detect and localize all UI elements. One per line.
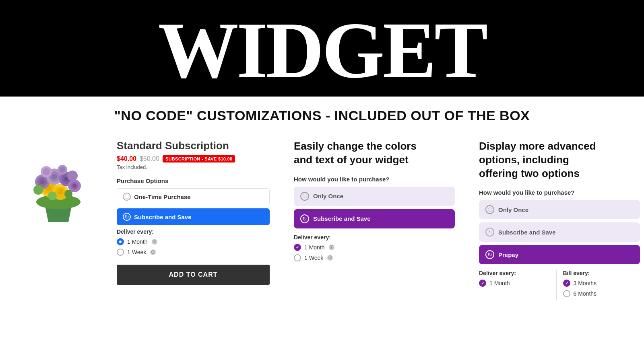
price-original: $50.00 xyxy=(140,155,159,162)
svg-point-13 xyxy=(52,174,57,179)
radio-1month-3[interactable] xyxy=(479,280,486,287)
deliver-col: Deliver every: 1 Month xyxy=(479,270,556,300)
radio-1month-row-2[interactable]: 1 Month ⓘ xyxy=(294,244,455,251)
svg-point-25 xyxy=(33,185,43,195)
widget-colors: Easily change the colors and text of you… xyxy=(294,140,455,265)
product-title: Standard Subscription xyxy=(117,140,270,152)
info-dot-1month-2: ⓘ xyxy=(329,245,334,250)
price-row: $40.00 $50.00 SUBSCRIPTION - SAVE $10.00 xyxy=(117,155,270,162)
info-dot-1month: ⓘ xyxy=(152,239,157,245)
svg-point-7 xyxy=(58,189,63,195)
radio-3months-label: 3 Months xyxy=(574,280,597,286)
only-once-label-3: Only Once xyxy=(498,206,528,213)
radio-6months[interactable] xyxy=(563,290,570,297)
price-sale: $40.00 xyxy=(117,155,136,162)
product-image xyxy=(22,144,95,224)
radio-1month-2[interactable] xyxy=(294,244,301,251)
deliver-label: Deliver every: xyxy=(117,228,270,235)
deliver-label-3: Deliver every: xyxy=(479,270,556,276)
svg-point-23 xyxy=(60,167,65,173)
add-to-cart-button[interactable]: ADD TO CART xyxy=(117,265,270,285)
bill-label: Bill every: xyxy=(563,270,640,276)
subscribe-save-option-2[interactable]: ↻ Subscribe and Save xyxy=(294,209,455,228)
radio-3months[interactable] xyxy=(563,280,570,287)
subscribe-label: Subscribe and Save xyxy=(134,214,192,220)
only-once-option-2[interactable]: ⓘ Only Once xyxy=(294,187,455,206)
svg-point-10 xyxy=(40,179,45,184)
subscribe-icon-3: ↻ xyxy=(485,228,494,237)
subtitle-text: "NO CODE" CUSTOMIZATIONS - INCLUDED OUT … xyxy=(16,108,628,123)
subtitle-bar: "NO CODE" CUSTOMIZATIONS - INCLUDED OUT … xyxy=(0,97,644,128)
subscribe-icon-2: ↻ xyxy=(300,214,309,223)
deliver-bill-section: Deliver every: 1 Month Bill every: 3 Mon… xyxy=(479,270,640,300)
widget-standard: Standard Subscription $40.00 $50.00 SUBS… xyxy=(117,140,270,285)
deliver-section-2: Deliver every: 1 Month ⓘ 1 Week ⓘ xyxy=(294,234,455,261)
prepay-label: Prepay xyxy=(498,251,518,258)
info-dot-1week: ⓘ xyxy=(150,249,156,255)
info-dot-1week-2: ⓘ xyxy=(327,255,333,261)
radio-1week-row-2[interactable]: 1 Week ⓘ xyxy=(294,254,455,261)
radio-6months-row[interactable]: 6 Months xyxy=(563,290,640,297)
only-once-label-2: Only Once xyxy=(313,193,343,200)
subscribe-label-3: Subscribe and Save xyxy=(498,229,556,236)
purchase-options-label: Purchase Options xyxy=(117,177,270,184)
tax-note: Tax included. xyxy=(117,164,270,170)
radio-1month-label-2: 1 Month xyxy=(304,244,325,251)
svg-point-19 xyxy=(72,184,76,188)
deliver-label-2: Deliver every: xyxy=(294,234,455,241)
radio-1month-row[interactable]: 1 Month ⓘ xyxy=(117,238,270,245)
subscribe-save-option-3[interactable]: ↻ Subscribe and Save xyxy=(479,222,640,242)
only-once-icon-2: ⓘ xyxy=(300,192,309,201)
hero-title: WIDGET xyxy=(158,10,486,90)
svg-point-27 xyxy=(48,191,57,200)
one-time-label: One-Time Purchase xyxy=(134,193,191,200)
prepay-option[interactable]: ↻ Prepay xyxy=(479,245,640,264)
hero-banner: WIDGET xyxy=(0,0,644,97)
widget-advanced: Display more advanced options, including… xyxy=(479,140,640,300)
content-area: Standard Subscription $40.00 $50.00 SUBS… xyxy=(0,128,644,317)
subscribe-label-2: Subscribe and Save xyxy=(313,215,371,222)
one-time-purchase-option[interactable]: ⓘ One-Time Purchase xyxy=(117,188,270,205)
radio-1week[interactable] xyxy=(117,249,124,256)
radio-3months-row[interactable]: 3 Months xyxy=(563,280,640,287)
radio-1month-row-3[interactable]: 1 Month xyxy=(479,280,556,287)
subscription-badge: SUBSCRIPTION - SAVE $10.00 xyxy=(163,155,235,162)
how-purchase-label-3: How would you like to purchase? xyxy=(479,189,640,196)
prepay-icon: ↻ xyxy=(485,250,494,259)
subscribe-save-option[interactable]: ↻ Subscribe and Save xyxy=(117,208,270,225)
radio-6months-label: 6 Months xyxy=(574,290,597,297)
radio-1week-label: 1 Week xyxy=(127,249,146,255)
feature-heading-2: Easily change the colors and text of you… xyxy=(294,140,423,167)
bill-col: Bill every: 3 Months 6 Months xyxy=(556,270,640,300)
radio-1week-row[interactable]: 1 Week ⓘ xyxy=(117,249,270,256)
flower-svg xyxy=(22,144,95,224)
svg-point-26 xyxy=(64,190,72,198)
svg-point-21 xyxy=(43,168,50,175)
radio-1week-2[interactable] xyxy=(294,254,301,261)
radio-1month[interactable] xyxy=(117,238,124,245)
only-once-icon-3: ⓘ xyxy=(485,205,494,214)
only-once-option-3[interactable]: ⓘ Only Once xyxy=(479,200,640,219)
how-purchase-label-2: How would you like to purchase? xyxy=(294,176,455,183)
subscribe-icon: ↻ xyxy=(123,213,131,221)
radio-1week-label-2: 1 Week xyxy=(304,255,323,261)
feature-heading-3: Display more advanced options, including… xyxy=(479,140,608,180)
one-time-icon: ⓘ xyxy=(123,193,131,201)
radio-1month-label: 1 Month xyxy=(127,239,148,245)
radio-1month-label-3: 1 Month xyxy=(489,280,510,286)
product-image-wrap xyxy=(16,136,101,224)
svg-point-24 xyxy=(67,171,78,181)
